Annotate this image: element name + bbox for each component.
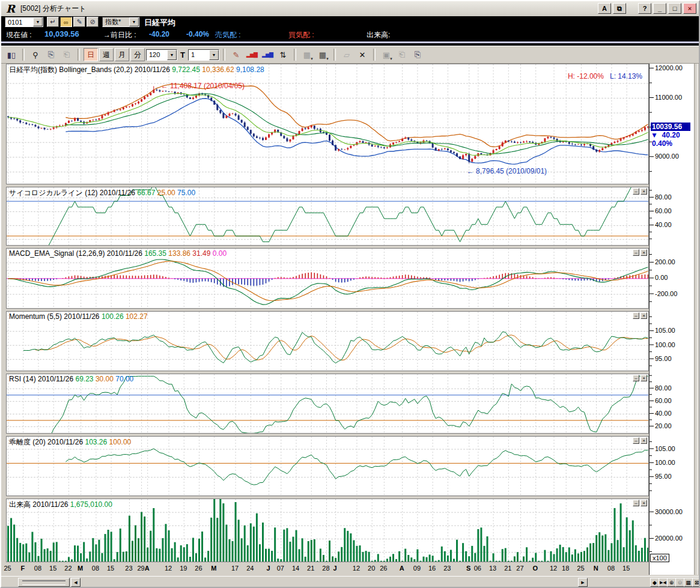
save-button[interactable]: ▣▼ bbox=[379, 48, 394, 61]
rsi-panel-close-button[interactable]: × bbox=[641, 375, 647, 381]
volume-panel-close-button[interactable]: × bbox=[641, 500, 647, 506]
toolbar-separator bbox=[22, 49, 25, 61]
bottom-bar: ◀ ▶ ◆▶◀⊕⊖▦⊠ bbox=[1, 576, 699, 588]
current-price-value: 10,039.56 bbox=[44, 29, 79, 38]
x-axis-day-label: 06 bbox=[474, 565, 481, 572]
help-button[interactable]: ? bbox=[638, 3, 651, 14]
chart-type-button[interactable]: ▮▯ bbox=[4, 48, 19, 61]
volume-panel-minimize-button[interactable]: ‒ bbox=[633, 500, 639, 506]
panel-grid-icon[interactable]: ▦ bbox=[684, 578, 693, 587]
main-chart-panel[interactable]: 日経平均(指数) Bollinger_Bands (20,2) 2010/11/… bbox=[6, 64, 649, 184]
x-axis-day-label: 23 bbox=[125, 565, 132, 572]
close-button[interactable]: × bbox=[683, 3, 696, 14]
updown-icon: ⇅ bbox=[280, 50, 287, 59]
jump-icon[interactable]: ◆ bbox=[650, 578, 659, 587]
toolbar-separator bbox=[333, 49, 336, 61]
category-select[interactable]: 指数* ▼ bbox=[102, 17, 139, 27]
rsi-panel-controls: ‒× bbox=[633, 375, 647, 381]
title-bar[interactable]: R [5002] 分析チャート A ⧉ ? _ □ × bbox=[1, 1, 699, 17]
trendline-button[interactable]: ✎ bbox=[229, 48, 243, 61]
font-button[interactable]: A bbox=[598, 3, 611, 14]
fit-width-icon[interactable]: ▶◀ bbox=[659, 578, 668, 587]
copy-page-button[interactable]: ⎘ bbox=[44, 48, 58, 61]
psych-chart-panel[interactable]: サイコロジカルライン (12) 2010/11/26 66.67 25.00 7… bbox=[6, 187, 649, 246]
period-month-button-label: 月 bbox=[118, 50, 126, 60]
x-axis-month-label: N bbox=[594, 565, 598, 572]
main-panel-header: 日経平均(指数) Bollinger_Bands (20,2) 2010/11/… bbox=[9, 65, 264, 75]
period-week-button[interactable]: 週 bbox=[99, 48, 114, 61]
bars-count-select[interactable]: 120▼ bbox=[146, 49, 177, 61]
copy-settings-button[interactable]: ⎗ bbox=[395, 48, 409, 61]
interval-select[interactable]: 1▼ bbox=[188, 49, 219, 61]
chevron-down-icon[interactable]: ▼ bbox=[129, 17, 139, 26]
copy-window-button[interactable]: ⧉ bbox=[613, 3, 626, 14]
period-month-button[interactable]: 月 bbox=[115, 48, 129, 61]
momentum-chart-panel[interactable]: Momentum (5,5) 2010/11/26 100.26 102.27‒… bbox=[6, 311, 649, 371]
category-value: 指数* bbox=[105, 17, 121, 26]
maximize-button[interactable]: □ bbox=[668, 3, 681, 14]
updown-button[interactable]: ⇅ bbox=[276, 48, 290, 61]
paste-page-button[interactable]: ⎗ bbox=[59, 48, 74, 61]
grid-layout-button[interactable]: ▦▼ bbox=[300, 48, 314, 61]
macd-panel-header: MACD_EMA_Signal (12,26,9) 2010/11/26 165… bbox=[9, 249, 227, 258]
scrollbar-thumb[interactable] bbox=[18, 578, 70, 587]
overlay-indicator-button[interactable]: ▂▅▇ bbox=[245, 48, 259, 61]
chevron-down-icon[interactable]: ▼ bbox=[33, 17, 43, 26]
window-buttons: A ⧉ ? _ □ × bbox=[598, 3, 696, 14]
x-axis-month-label: M bbox=[78, 565, 83, 572]
zoom-in-icon[interactable]: ⊕ bbox=[667, 578, 676, 587]
chevron-down-icon[interactable]: ▼ bbox=[389, 57, 393, 61]
hl-value: L: 14.13% bbox=[604, 72, 642, 80]
rsi-panel-minimize-button[interactable]: ‒ bbox=[633, 375, 639, 381]
x-axis-day-label: 16 bbox=[428, 565, 436, 572]
macd-panel-close-button[interactable]: × bbox=[641, 249, 647, 256]
delete-drawings-button[interactable]: ✕ bbox=[355, 48, 370, 61]
macd-panel-minimize-button[interactable]: ‒ bbox=[633, 249, 639, 256]
chevron-down-icon[interactable]: ▼ bbox=[310, 57, 314, 61]
header-value: 出来高 2010/11/26 bbox=[9, 500, 70, 509]
search-code-button[interactable]: ∞ bbox=[60, 17, 72, 27]
rsi-chart-panel[interactable]: RSI (14) 2010/11/26 69.23 30.00 70.00‒× bbox=[6, 374, 649, 434]
symbol-toolbar: ↵∞✎⊘ bbox=[47, 17, 99, 27]
scroll-left-button[interactable]: ◀ bbox=[71, 578, 81, 587]
edit-list-button[interactable]: ✎ bbox=[73, 17, 85, 27]
chevron-down-icon[interactable]: ▼ bbox=[167, 50, 177, 60]
main-axis-label: 11000.00 bbox=[655, 94, 682, 101]
momentum-panel-close-button[interactable]: × bbox=[641, 312, 647, 319]
toolbar-separator bbox=[223, 49, 225, 61]
header-value: 0.00 bbox=[213, 249, 227, 258]
dev-panel-minimize-button[interactable]: ‒ bbox=[633, 437, 639, 444]
zoom-out-icon[interactable]: ⊖ bbox=[675, 578, 684, 587]
scroll-right-button[interactable]: ▶ bbox=[578, 578, 588, 587]
period-day-button[interactable]: 日 bbox=[84, 48, 98, 61]
momentum-panel-minimize-button[interactable]: ‒ bbox=[633, 312, 639, 319]
macd-chart-panel[interactable]: MACD_EMA_Signal (12,26,9) 2010/11/26 165… bbox=[6, 248, 649, 309]
apply-code-button[interactable]: ↵ bbox=[47, 17, 59, 27]
volume-chart-panel[interactable]: 出来高 2010/11/26 1,675,010.00‒× bbox=[6, 499, 649, 562]
sub-indicator-button[interactable]: ▂▅▇ bbox=[260, 48, 275, 61]
x-axis-month-label: J bbox=[333, 565, 337, 572]
minimize-button[interactable]: _ bbox=[653, 3, 666, 14]
close-panel-icon[interactable]: ⊠ bbox=[692, 578, 700, 587]
new-page-icon: ⎘ bbox=[415, 50, 421, 59]
chart-settings-button[interactable]: ▦▼ bbox=[315, 48, 330, 61]
momentum-axis-label: 95.00 bbox=[655, 355, 672, 362]
symbol-code-input[interactable]: 0101 ▼ bbox=[5, 17, 43, 27]
psych-panel-close-button[interactable]: × bbox=[641, 188, 647, 195]
period-minute-button[interactable]: 分 bbox=[130, 48, 145, 61]
current-price-label: 現在値 : bbox=[6, 30, 32, 40]
chevron-down-icon[interactable]: ▼ bbox=[209, 50, 219, 60]
new-page-button[interactable]: ⎘ bbox=[410, 48, 425, 61]
dev-chart-panel[interactable]: 乖離度 (20) 2010/11/26 103.26 100.00‒× bbox=[6, 436, 649, 496]
zoom-tool-button[interactable]: ⚲ bbox=[28, 48, 43, 61]
price-axis[interactable]: 10039.56 ▼ 40.20 0.40% x100 12000.001100… bbox=[649, 64, 694, 575]
volume-axis-label: 20000.00 bbox=[655, 535, 683, 542]
chevron-down-icon[interactable]: ▼ bbox=[326, 57, 329, 61]
clear-code-button[interactable]: ⊘ bbox=[87, 17, 99, 27]
period-week-button-label: 週 bbox=[103, 50, 110, 60]
psych-panel-minimize-button[interactable]: ‒ bbox=[633, 188, 639, 195]
overlay-indicator-icon: ▂▅▇ bbox=[246, 52, 257, 58]
eraser-button[interactable]: ▱ bbox=[339, 48, 354, 61]
dev-panel-close-button[interactable]: × bbox=[641, 437, 647, 444]
x-axis-day-label: 29 bbox=[137, 565, 144, 572]
